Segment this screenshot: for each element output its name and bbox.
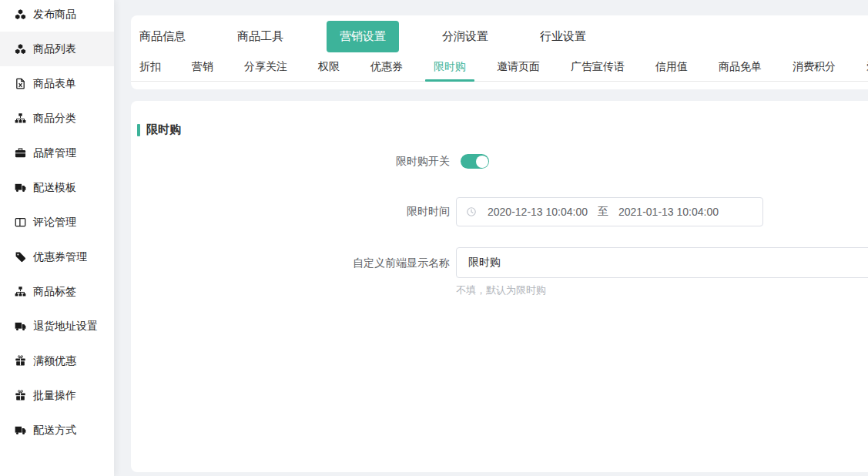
clock-icon <box>466 206 477 217</box>
switch-label: 限时购开关 <box>137 155 450 169</box>
subtab-consume-points[interactable]: 消费积分 <box>793 52 836 81</box>
section-title: 限时购 <box>146 122 181 137</box>
subtab-ad-slogan[interactable]: 广告宣传语 <box>571 52 625 81</box>
tab-goods-info[interactable]: 商品信息 <box>131 21 194 52</box>
date-start-value[interactable]: 2020-12-13 10:04:00 <box>488 206 588 218</box>
tab-marketing-settings[interactable]: 营销设置 <box>327 21 399 52</box>
tab-goods-tools[interactable]: 商品工具 <box>229 21 292 52</box>
sidebar-item-label: 商品分类 <box>33 112 76 126</box>
sidebar-item-delivery-method[interactable]: 配送方式 <box>0 413 114 448</box>
columns-icon <box>15 216 26 228</box>
toggle-knob <box>476 156 488 168</box>
sidebar-item-full-discount[interactable]: 满额优惠 <box>0 344 114 378</box>
custom-name-row: 自定义前端显示名称 不填，默认为限时购 <box>137 247 868 297</box>
tab-industry-settings[interactable]: 行业设置 <box>531 21 595 52</box>
subtab-permission[interactable]: 权限 <box>318 52 340 81</box>
subtab-share-follow[interactable]: 分享关注 <box>244 52 287 81</box>
sidebar: 发布商品商品列表商品表单商品分类品牌管理配送模板评论管理优惠券管理商品标签退货地… <box>0 0 114 476</box>
sidebar-item-label: 品牌管理 <box>33 146 76 160</box>
sidebar-item-label: 商品列表 <box>33 42 76 56</box>
flash-sale-time-row: 限时时间 2020-12-13 10:04:00 至 2021-01-13 10… <box>137 197 868 226</box>
section-accent-bar <box>137 124 140 136</box>
briefcase-icon <box>15 147 26 159</box>
subtab-flash-sale[interactable]: 限时购 <box>434 52 466 81</box>
truck-icon <box>15 424 26 436</box>
sidebar-item-delivery-template[interactable]: 配送模板 <box>0 170 114 205</box>
file-excel-icon <box>15 78 26 89</box>
section-header: 限时购 <box>137 122 868 137</box>
main-tabs: 商品信息商品工具营销设置分润设置行业设置 <box>131 15 868 52</box>
sidebar-item-label: 商品标签 <box>33 285 76 299</box>
sidebar-item-label: 配送方式 <box>33 424 76 437</box>
sidebar-item-return-address[interactable]: 退货地址设置 <box>0 309 114 344</box>
main-area: 商品信息商品工具营销设置分润设置行业设置 折扣营销分享关注权限优惠券限时购邀请页… <box>114 0 868 476</box>
sidebar-item-label: 优惠券管理 <box>33 250 87 264</box>
flash-sale-switch-row: 限时购开关 <box>137 154 868 169</box>
sidebar-item-coupon-manage[interactable]: 优惠券管理 <box>0 240 114 274</box>
sidebar-item-goods-tag[interactable]: 商品标签 <box>0 274 114 309</box>
sidebar-item-label: 发布商品 <box>33 8 76 22</box>
sidebar-item-comment-manage[interactable]: 评论管理 <box>0 205 114 240</box>
subtab-invite-page[interactable]: 邀请页面 <box>497 52 540 81</box>
gift-icon <box>15 355 26 367</box>
cubes-icon <box>15 8 26 20</box>
sidebar-item-label: 批量操作 <box>33 389 76 403</box>
sidebar-item-label: 退货地址设置 <box>33 320 98 334</box>
time-label: 限时时间 <box>137 205 450 219</box>
sidebar-item-label: 配送模板 <box>33 181 76 195</box>
sidebar-item-label: 满额优惠 <box>33 354 76 368</box>
custom-name-hint: 不填，默认为限时购 <box>456 283 868 297</box>
sidebar-item-goods-category[interactable]: 商品分类 <box>0 101 114 136</box>
subtab-discount[interactable]: 折扣 <box>139 52 161 81</box>
flash-sale-toggle[interactable] <box>461 154 489 169</box>
truck-icon <box>15 320 26 332</box>
tab-profit-settings[interactable]: 分润设置 <box>434 21 497 52</box>
sidebar-item-publish-goods[interactable]: 发布商品 <box>0 0 114 32</box>
date-range-separator: 至 <box>598 205 608 219</box>
sub-tabs: 折扣营销分享关注权限优惠券限时购邀请页面广告宣传语信用值商品免单消费积分爱 <box>131 52 868 82</box>
custom-name-label: 自定义前端显示名称 <box>137 256 450 270</box>
truck-icon <box>15 182 26 193</box>
sidebar-menu: 发布商品商品列表商品表单商品分类品牌管理配送模板评论管理优惠券管理商品标签退货地… <box>0 0 114 448</box>
subtab-credit-value[interactable]: 信用值 <box>655 52 688 81</box>
subtab-coupon[interactable]: 优惠券 <box>370 52 403 81</box>
custom-name-input[interactable] <box>456 247 868 278</box>
sidebar-item-goods-list[interactable]: 商品列表 <box>0 32 114 66</box>
subtab-marketing[interactable]: 营销 <box>192 52 213 81</box>
gift-icon <box>15 390 26 401</box>
sidebar-item-label: 评论管理 <box>33 216 76 230</box>
subtab-goods-free[interactable]: 商品免单 <box>719 52 762 81</box>
date-range-picker[interactable]: 2020-12-13 10:04:00 至 2021-01-13 10:04:0… <box>456 197 763 226</box>
sitemap-icon <box>15 286 26 297</box>
date-end-value[interactable]: 2021-01-13 10:04:00 <box>618 206 719 218</box>
sidebar-item-batch-operation[interactable]: 批量操作 <box>0 378 114 413</box>
sitemap-icon <box>15 112 26 124</box>
sidebar-item-goods-form[interactable]: 商品表单 <box>0 66 114 101</box>
app-root: 发布商品商品列表商品表单商品分类品牌管理配送模板评论管理优惠券管理商品标签退货地… <box>0 0 868 476</box>
sidebar-item-brand-manage[interactable]: 品牌管理 <box>0 136 114 170</box>
content-panel: 限时购 限时购开关 限时时间 2020-12-13 10:04:00 至 <box>131 101 868 472</box>
cubes-icon <box>15 43 26 55</box>
tabs-panel: 商品信息商品工具营销设置分润设置行业设置 折扣营销分享关注权限优惠券限时购邀请页… <box>131 15 868 89</box>
sidebar-item-label: 商品表单 <box>33 77 76 91</box>
tag-icon <box>15 251 26 263</box>
